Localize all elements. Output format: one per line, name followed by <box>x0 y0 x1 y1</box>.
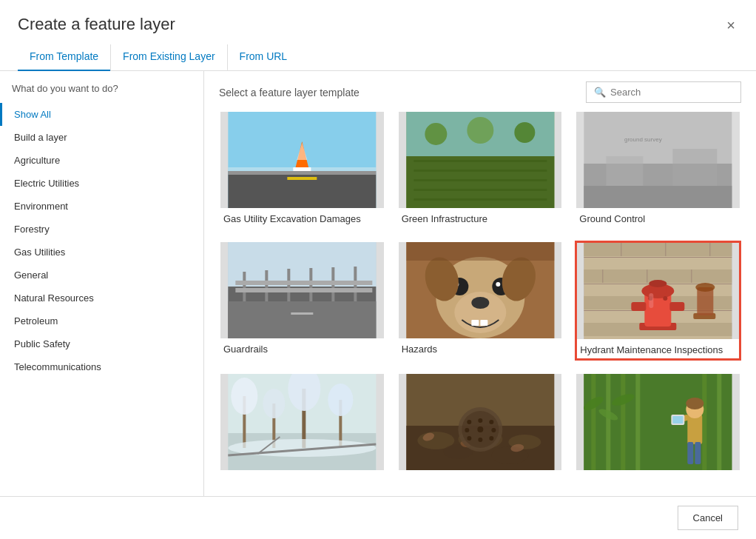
svg-rect-60 <box>621 243 622 256</box>
sidebar-item-telecommunications[interactable]: Telecommunications <box>0 355 203 378</box>
card-label-hydrant: Hydrant Maintenance Inspections <box>577 339 739 358</box>
search-icon: 🔍 <box>594 87 606 98</box>
dialog-title: Create a feature layer <box>18 15 175 34</box>
svg-point-111 <box>478 438 482 442</box>
svg-point-112 <box>489 436 493 441</box>
card-green-infra[interactable]: Green Infrastructure <box>397 110 564 229</box>
sidebar-item-electric-utilities[interactable]: Electric Utilities <box>0 172 203 195</box>
svg-rect-22 <box>673 149 718 186</box>
card-grid: Gas Utility Excavation Damages <box>219 110 741 478</box>
tab-from-url[interactable]: From URL <box>227 44 300 71</box>
sidebar-item-petroleum[interactable]: Petroleum <box>0 309 203 332</box>
card-guardrails[interactable]: Guardrails <box>219 241 385 361</box>
svg-rect-131 <box>695 442 701 464</box>
svg-point-45 <box>496 282 500 287</box>
sidebar-item-show-all[interactable]: Show All <box>0 103 203 126</box>
svg-rect-115 <box>592 374 596 470</box>
content-area: What do you want to do? Show All Build a… <box>0 71 756 496</box>
template-grid: Gas Utility Excavation Damages <box>204 110 756 496</box>
card-bottom3[interactable] <box>575 372 741 478</box>
search-input[interactable] <box>610 87 733 98</box>
svg-point-106 <box>478 418 482 423</box>
card-image-gas-utility <box>220 112 384 208</box>
svg-point-78 <box>696 283 715 292</box>
svg-point-88 <box>328 384 353 416</box>
card-image-guardrails <box>220 242 384 338</box>
sidebar-item-general[interactable]: General <box>0 264 203 287</box>
sidebar-item-public-safety[interactable]: Public Safety <box>0 332 203 355</box>
svg-point-105 <box>467 420 471 424</box>
card-image-green-infra <box>399 112 562 208</box>
sidebar-item-agriculture[interactable]: Agriculture <box>0 149 203 172</box>
card-label-bottom1 <box>220 470 384 476</box>
card-image-bottom3 <box>576 374 740 470</box>
tab-from-template[interactable]: From Template <box>18 44 110 71</box>
search-box: 🔍 <box>586 81 741 103</box>
svg-rect-118 <box>636 374 641 470</box>
svg-point-84 <box>263 389 285 418</box>
svg-point-74 <box>664 296 668 301</box>
svg-rect-62 <box>710 243 711 256</box>
svg-rect-64 <box>647 270 648 283</box>
svg-rect-21 <box>607 156 644 186</box>
left-panel-title: What do you want to do? <box>0 83 203 103</box>
svg-point-110 <box>467 436 471 441</box>
svg-rect-48 <box>471 320 479 326</box>
sidebar-item-build-a-layer[interactable]: Build a layer <box>0 126 203 149</box>
svg-rect-63 <box>603 270 604 283</box>
card-label-hazards: Hazards <box>399 338 562 358</box>
svg-rect-130 <box>688 442 694 464</box>
sidebar-item-environment[interactable]: Environment <box>0 195 203 218</box>
close-button[interactable]: × <box>723 15 738 36</box>
main-panel-title: Select a feature layer template <box>219 87 360 98</box>
svg-rect-3 <box>287 177 317 180</box>
svg-rect-49 <box>480 320 487 326</box>
create-feature-layer-dialog: Create a feature layer × From Template F… <box>0 0 756 539</box>
svg-rect-116 <box>607 374 611 470</box>
svg-point-17 <box>514 122 535 143</box>
card-hazards[interactable]: Hazards <box>397 241 564 361</box>
card-image-hazards <box>399 242 562 338</box>
svg-rect-36 <box>291 312 313 315</box>
card-bottom1[interactable] <box>219 372 385 478</box>
svg-rect-120 <box>718 374 722 470</box>
sidebar-item-gas-utilities[interactable]: Gas Utilities <box>0 241 203 264</box>
svg-rect-129 <box>673 416 684 424</box>
svg-rect-65 <box>692 270 692 283</box>
svg-rect-5 <box>293 167 311 171</box>
svg-point-108 <box>465 428 469 432</box>
card-gas-utility[interactable]: Gas Utility Excavation Damages <box>219 110 385 229</box>
left-panel: What do you want to do? Show All Build a… <box>0 71 204 496</box>
svg-rect-13 <box>414 198 547 201</box>
svg-point-70 <box>649 280 667 287</box>
cancel-button[interactable]: Cancel <box>678 506 738 530</box>
sidebar-item-natural-resources[interactable]: Natural Resources <box>0 287 203 309</box>
svg-rect-71 <box>632 302 647 311</box>
card-label-green-infra: Green Infrastructure <box>399 208 562 227</box>
svg-rect-54 <box>584 257 732 258</box>
svg-rect-124 <box>688 415 703 444</box>
svg-rect-35 <box>228 301 376 338</box>
svg-rect-33 <box>235 281 372 285</box>
svg-point-107 <box>489 420 493 424</box>
sidebar-item-forestry[interactable]: Forestry <box>0 218 203 241</box>
card-ground-control[interactable]: ground survey Ground Control <box>575 110 741 229</box>
svg-rect-72 <box>670 302 685 311</box>
card-label-bottom2 <box>399 470 562 476</box>
main-header: Select a feature layer template 🔍 <box>204 71 756 110</box>
card-bottom2[interactable] <box>397 372 564 478</box>
svg-rect-34 <box>235 288 372 292</box>
svg-point-41 <box>471 297 489 309</box>
dialog-header: Create a feature layer × <box>0 0 756 36</box>
svg-rect-12 <box>414 189 547 191</box>
svg-rect-119 <box>703 374 707 470</box>
svg-text:ground survey: ground survey <box>624 136 662 143</box>
card-image-bottom1 <box>220 374 384 470</box>
card-hydrant[interactable]: Hydrant Maintenance Inspections <box>575 241 741 361</box>
svg-rect-50 <box>406 242 554 261</box>
tab-from-existing-layer[interactable]: From Existing Layer <box>110 44 226 71</box>
card-image-bottom2 <box>399 374 562 470</box>
card-label-ground-control: Ground Control <box>576 208 740 227</box>
card-image-hydrant <box>577 243 739 339</box>
card-label-bottom3 <box>576 470 740 476</box>
